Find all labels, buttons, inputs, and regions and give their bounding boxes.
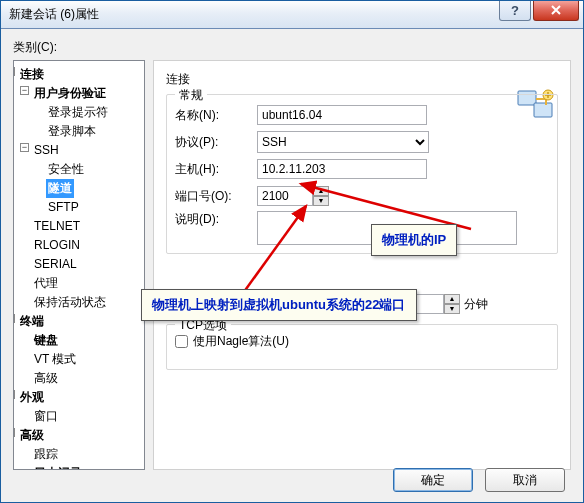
spin-up-icon[interactable]: ▲ [444,294,460,304]
client-area: 类别(C): −连接 −用户身份验证 登录提示符 登录脚本 −SSH [1,29,583,502]
expand-icon[interactable]: − [13,314,15,323]
tree-auth[interactable]: 用户身份验证 [32,84,108,103]
nagle-input[interactable] [175,335,188,348]
tree-login-prompt[interactable]: 登录提示符 [46,103,110,122]
tree-ssh[interactable]: SSH [32,141,61,160]
tree-sftp[interactable]: SFTP [46,198,81,217]
host-input[interactable] [257,159,427,179]
min-unit: 分钟 [464,296,488,313]
category-tree[interactable]: −连接 −用户身份验证 登录提示符 登录脚本 −SSH 安全性 [13,60,145,470]
tree-tunnel[interactable]: 隧道 [46,179,74,198]
svg-line-4 [241,206,306,296]
nagle-checkbox[interactable]: 使用Nagle算法(U) [175,333,549,350]
cancel-button[interactable]: 取消 [485,468,565,492]
tree-rlogin[interactable]: RLOGIN [32,236,82,255]
settings-panel: 连接 常规 名称(N): [153,60,571,470]
expand-icon[interactable]: − [13,390,15,399]
general-legend: 常规 [175,87,207,104]
tree-window[interactable]: 窗口 [32,407,60,426]
expand-icon[interactable]: − [13,428,15,437]
host-label: 主机(H): [175,161,257,178]
tree-login-script[interactable]: 登录脚本 [46,122,98,141]
tcp-group: TCP选项 使用Nagle算法(U) [166,324,558,370]
dialog-window: 新建会话 (6)属性 ? 类别(C): −连接 −用户身份验证 登录提示符 [0,0,584,503]
tree-keepalive[interactable]: 保持活动状态 [32,293,108,312]
tree-appearance[interactable]: 外观 [18,388,46,407]
category-label: 类别(C): [13,39,571,56]
panel-title: 连接 [166,71,558,88]
ip-annotation: 物理机的IP [371,224,457,256]
titlebar: 新建会话 (6)属性 ? [1,1,583,29]
close-button[interactable] [533,1,579,21]
tree-connection[interactable]: 连接 [18,65,46,84]
protocol-select[interactable]: SSH [257,131,429,153]
name-label: 名称(N): [175,107,257,124]
window-title: 新建会话 (6)属性 [9,6,497,23]
nagle-label: 使用Nagle算法(U) [193,333,289,350]
arrow-icon [231,201,321,301]
expand-icon[interactable]: − [13,67,15,76]
expand-icon[interactable]: − [20,143,29,152]
tree-proxy[interactable]: 代理 [32,274,60,293]
port-annotation: 物理机上映射到虚拟机ubuntu系统的22端口 [141,289,417,321]
ok-button[interactable]: 确定 [393,468,473,492]
tree-keyboard[interactable]: 键盘 [32,331,60,350]
spin-down-icon[interactable]: ▼ [444,304,460,314]
tree-advanced[interactable]: 高级 [32,369,60,388]
tree-advanced2[interactable]: 高级 [18,426,46,445]
protocol-label: 协议(P): [175,134,257,151]
tree-trace[interactable]: 跟踪 [32,445,60,464]
tree-terminal[interactable]: 终端 [18,312,46,331]
tree-serial[interactable]: SERIAL [32,255,79,274]
svg-line-3 [301,184,471,229]
window-buttons: ? [497,1,579,23]
name-input[interactable] [257,105,427,125]
tree-telnet[interactable]: TELNET [32,217,82,236]
tree-vtmode[interactable]: VT 模式 [32,350,78,369]
close-icon [550,5,562,15]
expand-icon[interactable]: − [20,86,29,95]
dialog-buttons: 确定 取消 [1,468,583,492]
tree-security[interactable]: 安全性 [46,160,86,179]
help-button[interactable]: ? [499,1,531,21]
